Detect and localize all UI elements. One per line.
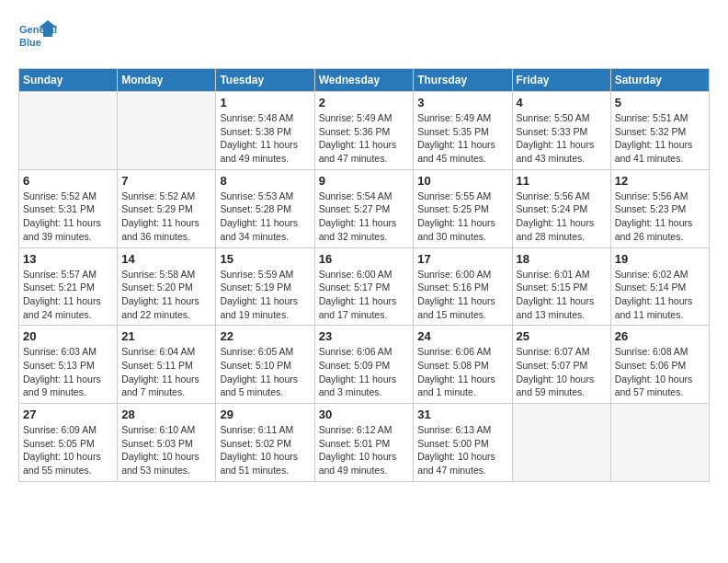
day-number: 29: [220, 408, 310, 421]
col-header-sunday: Sunday: [19, 69, 118, 92]
calendar-cell: 11Sunrise: 5:56 AMSunset: 5:24 PMDayligh…: [512, 169, 610, 247]
day-detail: Sunrise: 6:12 AMSunset: 5:01 PMDaylight:…: [319, 423, 410, 477]
calendar-cell: 19Sunrise: 6:02 AMSunset: 5:14 PMDayligh…: [610, 247, 709, 326]
calendar-cell: 22Sunrise: 6:05 AMSunset: 5:10 PMDayligh…: [216, 326, 314, 404]
day-number: 8: [220, 174, 310, 188]
calendar-cell: 2Sunrise: 5:49 AMSunset: 5:36 PMDaylight…: [314, 92, 414, 170]
day-number: 30: [319, 408, 410, 421]
day-number: 4: [517, 96, 607, 109]
calendar-cell: 9Sunrise: 5:54 AMSunset: 5:27 PMDaylight…: [314, 169, 414, 247]
day-number: 16: [319, 252, 410, 266]
day-number: 19: [615, 252, 705, 266]
calendar-cell: 28Sunrise: 6:10 AMSunset: 5:03 PMDayligh…: [118, 404, 216, 482]
day-number: 21: [121, 329, 211, 343]
header-row: SundayMondayTuesdayWednesdayThursdayFrid…: [19, 69, 710, 92]
day-detail: Sunrise: 5:49 AMSunset: 5:36 PMDaylight:…: [319, 111, 410, 166]
week-row-1: 1Sunrise: 5:48 AMSunset: 5:38 PMDaylight…: [19, 92, 710, 170]
day-detail: Sunrise: 6:09 AMSunset: 5:05 PMDaylight:…: [23, 423, 113, 477]
day-detail: Sunrise: 6:10 AMSunset: 5:03 PMDaylight:…: [121, 423, 211, 477]
page-header: General Blue: [18, 18, 710, 59]
calendar-cell: 6Sunrise: 5:52 AMSunset: 5:31 PMDaylight…: [19, 169, 118, 247]
calendar-cell: 10Sunrise: 5:55 AMSunset: 5:25 PMDayligh…: [414, 169, 512, 247]
calendar-cell: 23Sunrise: 6:06 AMSunset: 5:09 PMDayligh…: [314, 326, 414, 404]
day-detail: Sunrise: 5:59 AMSunset: 5:19 PMDaylight:…: [220, 268, 310, 322]
day-number: 23: [319, 329, 410, 343]
calendar-cell: 4Sunrise: 5:50 AMSunset: 5:33 PMDaylight…: [512, 92, 610, 170]
col-header-wednesday: Wednesday: [314, 69, 414, 92]
day-detail: Sunrise: 6:02 AMSunset: 5:14 PMDaylight:…: [615, 268, 705, 322]
day-number: 20: [23, 329, 113, 343]
day-number: 31: [417, 408, 507, 421]
day-detail: Sunrise: 5:56 AMSunset: 5:23 PMDaylight:…: [615, 190, 705, 244]
day-detail: Sunrise: 5:56 AMSunset: 5:24 PMDaylight:…: [517, 190, 607, 244]
day-detail: Sunrise: 6:07 AMSunset: 5:07 PMDaylight:…: [517, 345, 607, 399]
day-number: 28: [121, 408, 211, 421]
day-number: 22: [220, 329, 310, 343]
day-number: 26: [615, 329, 705, 343]
day-number: 2: [319, 96, 410, 109]
calendar-cell: 30Sunrise: 6:12 AMSunset: 5:01 PMDayligh…: [314, 404, 414, 482]
day-number: 12: [615, 174, 705, 188]
day-number: 11: [517, 174, 607, 188]
day-number: 6: [23, 174, 113, 188]
day-detail: Sunrise: 6:13 AMSunset: 5:00 PMDaylight:…: [417, 423, 507, 477]
day-detail: Sunrise: 6:06 AMSunset: 5:08 PMDaylight:…: [417, 345, 507, 399]
week-row-2: 6Sunrise: 5:52 AMSunset: 5:31 PMDaylight…: [19, 169, 710, 247]
day-detail: Sunrise: 5:53 AMSunset: 5:28 PMDaylight:…: [220, 190, 310, 244]
day-detail: Sunrise: 6:04 AMSunset: 5:11 PMDaylight:…: [121, 345, 211, 399]
col-header-monday: Monday: [118, 69, 216, 92]
day-number: 14: [121, 252, 211, 266]
day-detail: Sunrise: 6:11 AMSunset: 5:02 PMDaylight:…: [220, 423, 310, 477]
day-number: 5: [615, 96, 705, 109]
col-header-friday: Friday: [512, 69, 610, 92]
day-detail: Sunrise: 5:50 AMSunset: 5:33 PMDaylight:…: [517, 111, 607, 166]
day-number: 7: [121, 174, 211, 188]
day-detail: Sunrise: 5:57 AMSunset: 5:21 PMDaylight:…: [23, 268, 113, 322]
day-number: 15: [220, 252, 310, 266]
calendar-cell: 1Sunrise: 5:48 AMSunset: 5:38 PMDaylight…: [216, 92, 314, 170]
calendar-cell: 25Sunrise: 6:07 AMSunset: 5:07 PMDayligh…: [512, 326, 610, 404]
day-number: 18: [517, 252, 607, 266]
calendar-cell: [610, 404, 709, 482]
calendar-cell: 20Sunrise: 6:03 AMSunset: 5:13 PMDayligh…: [19, 326, 118, 404]
calendar-cell: [512, 404, 610, 482]
day-number: 10: [417, 174, 507, 188]
day-detail: Sunrise: 6:01 AMSunset: 5:15 PMDaylight:…: [517, 268, 607, 322]
logo: General Blue: [18, 18, 59, 59]
calendar-cell: 26Sunrise: 6:08 AMSunset: 5:06 PMDayligh…: [610, 326, 709, 404]
day-detail: Sunrise: 5:52 AMSunset: 5:31 PMDaylight:…: [23, 190, 113, 244]
calendar-cell: 12Sunrise: 5:56 AMSunset: 5:23 PMDayligh…: [610, 169, 709, 247]
day-number: 17: [417, 252, 507, 266]
calendar-cell: 8Sunrise: 5:53 AMSunset: 5:28 PMDaylight…: [216, 169, 314, 247]
day-detail: Sunrise: 6:00 AMSunset: 5:17 PMDaylight:…: [319, 268, 410, 322]
calendar-cell: 17Sunrise: 6:00 AMSunset: 5:16 PMDayligh…: [414, 247, 512, 326]
calendar-cell: 18Sunrise: 6:01 AMSunset: 5:15 PMDayligh…: [512, 247, 610, 326]
calendar-cell: 5Sunrise: 5:51 AMSunset: 5:32 PMDaylight…: [610, 92, 709, 170]
calendar-cell: 29Sunrise: 6:11 AMSunset: 5:02 PMDayligh…: [216, 404, 314, 482]
svg-text:Blue: Blue: [19, 37, 41, 48]
calendar-cell: 21Sunrise: 6:04 AMSunset: 5:11 PMDayligh…: [118, 326, 216, 404]
day-detail: Sunrise: 6:05 AMSunset: 5:10 PMDaylight:…: [220, 345, 310, 399]
calendar-cell: 14Sunrise: 5:58 AMSunset: 5:20 PMDayligh…: [118, 247, 216, 326]
day-detail: Sunrise: 6:03 AMSunset: 5:13 PMDaylight:…: [23, 345, 113, 399]
day-detail: Sunrise: 6:00 AMSunset: 5:16 PMDaylight:…: [417, 268, 507, 322]
week-row-4: 20Sunrise: 6:03 AMSunset: 5:13 PMDayligh…: [19, 326, 710, 404]
day-detail: Sunrise: 5:58 AMSunset: 5:20 PMDaylight:…: [121, 268, 211, 322]
col-header-thursday: Thursday: [414, 69, 512, 92]
calendar-table: SundayMondayTuesdayWednesdayThursdayFrid…: [18, 68, 710, 482]
day-detail: Sunrise: 5:48 AMSunset: 5:38 PMDaylight:…: [220, 111, 310, 166]
calendar-cell: 31Sunrise: 6:13 AMSunset: 5:00 PMDayligh…: [414, 404, 512, 482]
calendar-cell: 7Sunrise: 5:52 AMSunset: 5:29 PMDaylight…: [118, 169, 216, 247]
calendar-cell: [19, 92, 118, 170]
day-number: 9: [319, 174, 410, 188]
day-detail: Sunrise: 5:51 AMSunset: 5:32 PMDaylight:…: [615, 111, 705, 166]
day-number: 3: [417, 96, 507, 109]
day-detail: Sunrise: 6:08 AMSunset: 5:06 PMDaylight:…: [615, 345, 705, 399]
calendar-cell: 15Sunrise: 5:59 AMSunset: 5:19 PMDayligh…: [216, 247, 314, 326]
logo-svg: General Blue: [18, 18, 59, 59]
calendar-cell: 27Sunrise: 6:09 AMSunset: 5:05 PMDayligh…: [19, 404, 118, 482]
col-header-saturday: Saturday: [610, 69, 709, 92]
calendar-cell: 24Sunrise: 6:06 AMSunset: 5:08 PMDayligh…: [414, 326, 512, 404]
day-number: 13: [23, 252, 113, 266]
day-detail: Sunrise: 6:06 AMSunset: 5:09 PMDaylight:…: [319, 345, 410, 399]
